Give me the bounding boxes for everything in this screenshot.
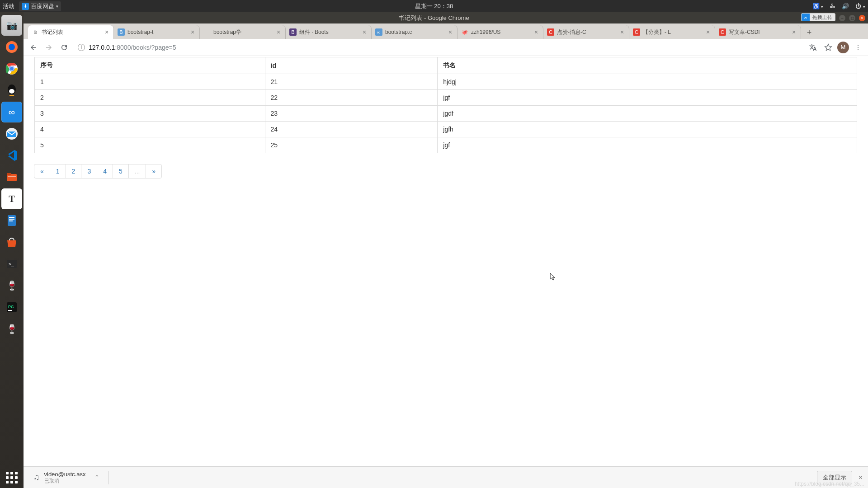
chevron-down-icon: ▾: [56, 4, 58, 9]
close-icon[interactable]: ×: [104, 29, 110, 35]
upload-badge[interactable]: ∞ 拖拽上传: [801, 13, 835, 21]
bookmark-icon[interactable]: [822, 41, 835, 54]
dock-mail[interactable]: [1, 123, 22, 144]
table-header-row: 序号 id 书名: [35, 57, 857, 74]
page-3[interactable]: 3: [81, 164, 97, 178]
svg-point-1: [9, 44, 15, 50]
tab-3[interactable]: B 组件 · Boots ×: [286, 25, 372, 39]
tab-8[interactable]: C 写文章-CSDI ×: [715, 25, 801, 39]
svg-rect-15: [9, 221, 13, 221]
separator: [108, 471, 109, 484]
table-cell: 22: [265, 90, 438, 106]
csdn-icon: C: [633, 28, 640, 36]
page-4[interactable]: 4: [97, 164, 113, 178]
dock-files[interactable]: [1, 167, 22, 188]
chevron-up-icon[interactable]: ⌃: [94, 474, 99, 481]
close-icon[interactable]: ×: [619, 29, 625, 35]
th-id: id: [265, 57, 438, 74]
downloads-close-icon[interactable]: ×: [859, 474, 863, 482]
baidupan-icon: ⬇: [22, 3, 29, 10]
tab-7[interactable]: C 【分类】- L ×: [629, 25, 715, 39]
show-apps-button[interactable]: [6, 472, 18, 483]
books-table: 序号 id 书名 121hjdgj222jgf323jgdf424jgfh525…: [35, 57, 857, 153]
dock-firefox[interactable]: [1, 37, 22, 57]
gnome-top-panel: 活动 ⬇ 百度网盘 ▾ 星期一 20：38 ♿ ▾ 🖧 🔊 ⏻ ▾: [0, 0, 868, 12]
dock-qq[interactable]: [1, 80, 22, 101]
page-5[interactable]: 5: [113, 164, 129, 178]
download-status: 已取消: [44, 478, 86, 484]
download-filename: video@ustc.asx: [44, 471, 86, 478]
dock-chrome[interactable]: [1, 58, 22, 79]
page-prev[interactable]: «: [34, 164, 50, 178]
dock-wine[interactable]: 🍷: [1, 275, 22, 296]
dock-wine2[interactable]: 🍷: [1, 319, 22, 339]
svg-rect-14: [9, 219, 14, 220]
dock-vscode[interactable]: [1, 145, 22, 166]
close-icon[interactable]: ×: [447, 29, 453, 35]
app-menu[interactable]: ⬇ 百度网盘 ▾: [19, 1, 61, 11]
page-ellipsis: ...: [128, 164, 146, 178]
svg-rect-20: [8, 310, 12, 311]
svg-rect-13: [9, 217, 14, 218]
svg-text:>_: >_: [9, 262, 14, 267]
tab-0[interactable]: 🗎 书记列表 ×: [28, 25, 114, 39]
close-icon[interactable]: ×: [361, 29, 368, 35]
table-cell: 23: [265, 106, 438, 122]
table-cell: 21: [265, 74, 438, 90]
dock-typora[interactable]: T: [1, 188, 22, 209]
clock[interactable]: 星期一 20：38: [415, 2, 453, 10]
activities-button[interactable]: 活动: [3, 2, 14, 10]
tab-2[interactable]: bootstrap学 ×: [200, 25, 286, 39]
menu-icon[interactable]: ⋮: [852, 41, 864, 54]
back-button[interactable]: [27, 41, 40, 54]
table-cell: 1: [35, 74, 265, 90]
power-icon[interactable]: ⏻ ▾: [855, 3, 865, 9]
table-row: 525jgf: [35, 137, 857, 153]
accessibility-icon[interactable]: ♿ ▾: [812, 3, 824, 9]
profile-avatar[interactable]: M: [837, 42, 849, 53]
close-icon[interactable]: ×: [791, 29, 797, 35]
reload-button[interactable]: [58, 41, 71, 54]
maximize-button[interactable]: ◻: [849, 15, 855, 21]
file-icon: 🗎: [32, 28, 39, 36]
volume-icon[interactable]: 🔊: [842, 3, 849, 9]
table-cell: 4: [35, 122, 265, 137]
cloud-icon: ∞: [802, 14, 810, 21]
download-item[interactable]: ♫ video@ustc.asx 已取消 ⌃: [29, 469, 104, 486]
dock-store[interactable]: [1, 232, 22, 253]
close-icon[interactable]: ×: [275, 29, 282, 35]
table-row: 323jgdf: [35, 106, 857, 122]
window-title: 书记列表 - Google Chrome: [399, 14, 469, 22]
bootstrap-icon: B: [118, 28, 125, 36]
chrome-window: 🗎 书记列表 × B bootstrap-t × bootstrap学 × B …: [24, 23, 868, 488]
table-cell: 2: [35, 90, 265, 106]
table-row: 121hjdgj: [35, 74, 857, 90]
page-1[interactable]: 1: [50, 164, 66, 178]
tab-6[interactable]: C 点赞-消息-C ×: [543, 25, 629, 39]
table-cell: jgf: [438, 90, 857, 106]
dock-camera[interactable]: 📷: [1, 15, 22, 36]
dock-writer[interactable]: [1, 210, 22, 231]
close-icon[interactable]: ×: [705, 29, 711, 35]
site-info-icon[interactable]: i: [78, 44, 85, 51]
page-next[interactable]: »: [146, 164, 162, 178]
close-icon[interactable]: ×: [189, 29, 196, 35]
tab-5[interactable]: 🐙 zzh1996/US ×: [458, 25, 543, 39]
close-icon[interactable]: ×: [533, 29, 539, 35]
dock-pycharm[interactable]: PC: [1, 297, 22, 318]
omnibox[interactable]: i 127.0.0.1:8000/books/?page=5: [73, 41, 804, 54]
tab-1[interactable]: B bootstrap-t ×: [114, 25, 200, 39]
page-content: 序号 id 书名 121hjdgj222jgf323jgdf424jgfh525…: [24, 56, 868, 466]
tab-4[interactable]: ∞ bootstrap.c ×: [372, 25, 458, 39]
translate-icon[interactable]: [807, 41, 819, 54]
github-icon: 🐙: [461, 28, 468, 36]
dock-baidupan[interactable]: ∞: [1, 102, 22, 122]
minimize-button[interactable]: –: [839, 15, 845, 21]
network-icon[interactable]: 🖧: [830, 3, 835, 9]
close-button[interactable]: ×: [859, 15, 865, 21]
dock-terminal[interactable]: >_: [1, 253, 22, 274]
new-tab-button[interactable]: +: [803, 26, 816, 39]
forward-button[interactable]: [42, 41, 55, 54]
table-cell: hjdgj: [438, 74, 857, 90]
page-2[interactable]: 2: [66, 164, 82, 178]
